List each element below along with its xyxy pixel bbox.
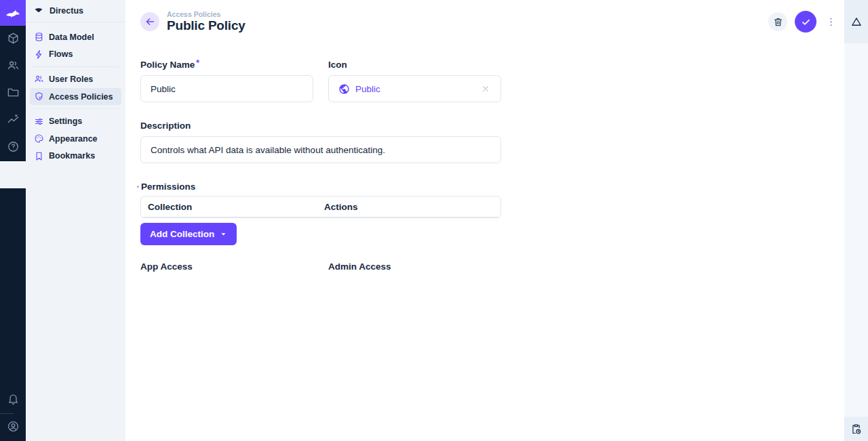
policy-name-field: Policy Name* Public [140,60,313,102]
project-switcher[interactable]: Directus [26,0,125,22]
sidebar-item-label: Data Model [49,33,94,42]
sidebar-item-label: Flows [49,49,73,59]
account-button[interactable] [0,414,26,441]
module-files-module[interactable] [0,80,26,107]
admin-access-label: Admin Access [328,261,391,272]
sidebar-item-label: Access Policies [49,92,113,102]
back-button[interactable] [140,12,159,31]
page-title: Public Policy [167,18,245,33]
sidebar-toggle-button[interactable] [844,0,868,43]
box-icon [7,32,20,47]
app-root: Directus Data ModelFlowsUser RolesAccess… [0,0,868,441]
sidebar-item-settings[interactable]: Settings [30,112,121,130]
project-logo-icon [33,5,44,16]
add-collection-button[interactable]: Add Collection [140,223,237,245]
chart-icon [7,113,20,128]
page-header: Access Policies Public Policy [125,0,844,43]
close-icon [481,84,490,93]
clipboard-clock-icon [850,423,862,435]
module-bottom-buttons [0,386,26,441]
bolt-icon [33,49,44,60]
column-collection: Collection [148,202,324,212]
breadcrumb[interactable]: Access Policies [167,10,245,18]
required-dot [137,186,139,188]
globe-icon [338,83,350,95]
sidebar-item-label: Bookmarks [49,151,95,161]
module-insights-module[interactable] [0,107,26,134]
delete-button[interactable] [768,12,787,31]
module-collections-module[interactable] [0,26,26,53]
sidebar-item-bookmarks[interactable]: Bookmarks [30,148,121,165]
module-bar [0,0,26,441]
policy-form: Policy Name* Public Icon Public [125,43,515,272]
icon-input[interactable]: Public [328,75,501,102]
chevron-down-icon [218,229,229,239]
sidebar-item-appearance[interactable]: Appearance [30,130,121,148]
arrow-left-icon [144,16,155,27]
sidebar-item-access-policies[interactable]: Access Policies [30,88,121,106]
user-roles-icon [33,74,44,85]
sidebar-item-flows[interactable]: Flows [30,46,121,64]
sidebar-item-label: Settings [49,117,82,126]
folder-icon [7,86,20,101]
sidebar-item-user-roles[interactable]: User Roles [30,70,121,88]
module-help-module[interactable] [0,134,26,161]
avatar-icon [7,420,20,435]
module-buttons [0,26,26,188]
rabbit-icon [5,5,20,20]
revisions-button[interactable] [844,417,868,441]
description-input[interactable]: Controls what API data is available with… [140,136,501,163]
dots-vertical-icon [825,16,837,28]
sidebar-nav: Data ModelFlowsUser RolesAccess Policies… [26,22,125,165]
more-options-button[interactable] [824,12,837,31]
bell-icon [7,392,20,407]
table-header: Collection Actions [141,196,500,217]
notifications-button[interactable] [0,386,26,413]
trash-icon [773,17,783,27]
sidebar-divider [32,108,119,109]
check-icon [800,16,812,28]
help-icon [7,140,20,155]
shield-lock-icon [33,91,44,102]
icon-field: Icon Public [328,60,501,102]
policy-name-input[interactable]: Public [140,75,313,102]
bookmark-icon [33,150,44,161]
palette-icon [33,133,44,144]
permissions-table: Collection Actions [140,196,501,218]
database-icon [33,32,44,43]
required-marker: * [196,58,199,68]
sidebar-divider [32,66,119,67]
users-icon [7,59,20,74]
triangle-icon [850,16,863,28]
sidebar-item-label: User Roles [49,75,93,84]
permissions-label: Permissions [140,182,515,192]
sidebar-item-label: Appearance [49,134,98,144]
app-access-label: App Access [140,261,328,272]
sidebar: Directus Data ModelFlowsUser RolesAccess… [26,0,125,441]
module-settings-module[interactable] [0,161,26,188]
main-content: Access Policies Public Policy Policy Nam… [125,0,844,441]
description-field: Description Controls what API data is av… [140,121,515,163]
project-name: Directus [50,6,83,16]
gear-icon [7,167,20,182]
clear-icon-button[interactable] [480,83,491,94]
column-actions: Actions [324,202,358,212]
save-button[interactable] [795,11,816,33]
tune-icon [33,116,44,127]
directus-logo[interactable] [0,0,26,26]
sidebar-item-data-model[interactable]: Data Model [30,28,121,46]
module-users-module[interactable] [0,53,26,80]
right-sidebar [844,0,868,441]
